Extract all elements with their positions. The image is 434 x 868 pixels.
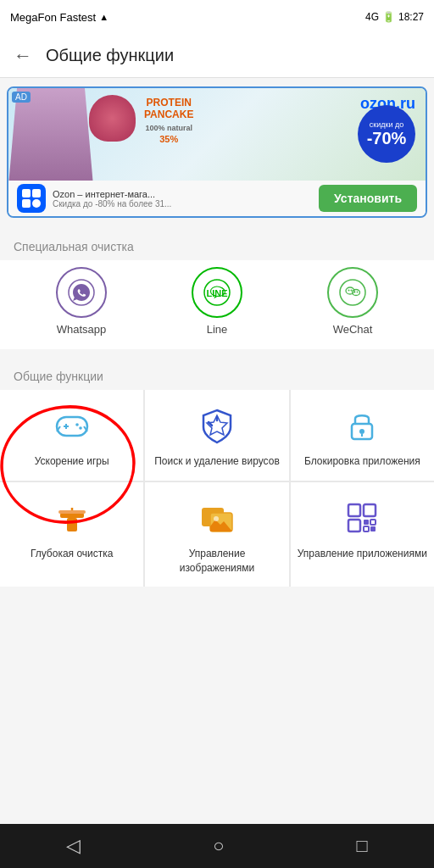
svg-point-18 (79, 426, 82, 430)
whatsapp-svg (67, 278, 96, 307)
svg-point-17 (75, 423, 79, 426)
signal-icon: ▲ (99, 12, 108, 22)
deep-clean-label: Глубокая очистка (31, 547, 114, 561)
wechat-icon (327, 267, 378, 318)
svg-point-3 (32, 199, 41, 208)
ozon-app-title: Ozon – интернет-мага... (53, 189, 171, 199)
status-right: 4G 🔋 18:27 (365, 11, 424, 23)
line-icon: LINE (192, 267, 242, 318)
ad-content: reima ozon.ru PROTEINPANCAKE 100% natura… (8, 88, 426, 216)
functions-grid: Ускорение игры Поиск и удаление вирусов (0, 390, 434, 587)
svg-point-12 (354, 292, 356, 293)
svg-rect-36 (370, 520, 376, 525)
line-item[interactable]: LINE Line (175, 267, 259, 336)
time-text: 18:27 (398, 11, 424, 23)
carrier-text: MegaFon Fastest (10, 11, 96, 24)
svg-rect-26 (67, 518, 77, 531)
apps-icon (340, 496, 384, 540)
svg-rect-35 (364, 520, 369, 525)
pancake-product: PROTEINPANCAKE 100% natural 35% (144, 97, 193, 146)
general-functions-title: Общие функции (0, 359, 434, 390)
ad-label: AD (12, 92, 31, 103)
svg-rect-28 (58, 510, 86, 514)
shield-icon (195, 403, 239, 448)
battery-icon: 🔋 (382, 11, 395, 23)
wechat-label: WeChat (333, 323, 373, 336)
svg-rect-14 (57, 417, 87, 436)
svg-point-10 (348, 290, 350, 292)
hat-image (89, 95, 136, 142)
ad-background: reima ozon.ru PROTEINPANCAKE 100% natura… (8, 88, 426, 186)
svg-point-13 (357, 292, 359, 293)
back-button[interactable]: ← (14, 45, 32, 67)
virus-search-item[interactable]: Поиск и удаление вирусов (145, 390, 288, 481)
discount-badge: скидки до -70% (358, 105, 415, 163)
ozon-app-text: Ozon – интернет-мага... Скидка до -80% н… (53, 189, 171, 209)
svg-rect-38 (370, 526, 376, 531)
line-label: Line (207, 323, 228, 336)
svg-rect-37 (364, 526, 369, 531)
svg-point-11 (351, 290, 353, 292)
game-acceleration-label: Ускорение игры (35, 454, 109, 469)
special-clean-title: Специальная очистка (0, 230, 434, 260)
back-nav-button[interactable]: ◁ (66, 835, 81, 857)
gamepad-icon (50, 403, 94, 448)
install-button[interactable]: Установить (319, 185, 417, 212)
wechat-svg (338, 278, 367, 307)
clean-icon (50, 496, 94, 540)
status-carrier: MegaFon Fastest ▲ (10, 11, 108, 24)
app-lock-item[interactable]: Блокировка приложения (291, 390, 434, 481)
app-management-label: Управление приложениями (298, 547, 427, 561)
whatsapp-label: Whatsapp (57, 323, 107, 336)
page-title: Общие функции (46, 46, 174, 65)
virus-search-label: Поиск и удаление вирусов (154, 454, 280, 469)
ozon-app-icon (17, 184, 46, 213)
lock-icon (340, 403, 384, 448)
ad-banner[interactable]: AD reima ozon.ru PROTEINPANCAKE 100% nat… (7, 86, 427, 218)
svg-point-31 (214, 516, 219, 521)
image-management-item[interactable]: Управление изображениями (145, 482, 288, 587)
whatsapp-icon (56, 267, 107, 318)
images-icon (195, 496, 239, 540)
svg-rect-34 (348, 520, 360, 531)
app-management-item[interactable]: Управление приложениями (291, 482, 434, 587)
recent-nav-button[interactable]: □ (357, 835, 368, 857)
status-bar: MegaFon Fastest ▲ 4G 🔋 18:27 (0, 0, 434, 34)
game-acceleration-item[interactable]: Ускорение игры (0, 390, 143, 481)
special-clean-section: Специальная очистка Whatsapp LINE Line (0, 226, 434, 349)
ad-app-info: Ozon – интернет-мага... Скидка до -80% н… (17, 184, 171, 213)
svg-rect-33 (364, 504, 376, 516)
ad-bottom-bar: Ozon – интернет-мага... Скидка до -80% н… (8, 181, 426, 216)
svg-rect-0 (22, 189, 31, 198)
svg-rect-32 (348, 504, 360, 516)
special-clean-grid: Whatsapp LINE Line (0, 260, 434, 349)
svg-point-23 (359, 429, 364, 434)
wechat-item[interactable]: WeChat (310, 267, 395, 336)
whatsapp-item[interactable]: Whatsapp (39, 267, 124, 336)
app-lock-label: Блокировка приложения (304, 454, 420, 469)
line-svg: LINE (203, 278, 231, 307)
deep-clean-item[interactable]: Глубокая очистка (0, 482, 143, 587)
general-functions-section: Общие функции Ускорение игры (0, 356, 434, 587)
svg-rect-1 (32, 189, 41, 198)
ozon-app-subtitle: Скидка до -80% на более 31... (53, 199, 171, 209)
image-management-label: Управление изображениями (152, 547, 281, 576)
home-nav-button[interactable]: ○ (213, 835, 224, 857)
top-bar: ← Общие функции (0, 34, 434, 78)
jacket-image (8, 88, 93, 186)
svg-rect-2 (22, 199, 31, 208)
bottom-nav: ◁ ○ □ (0, 824, 434, 868)
network-icon: 4G (365, 11, 379, 23)
